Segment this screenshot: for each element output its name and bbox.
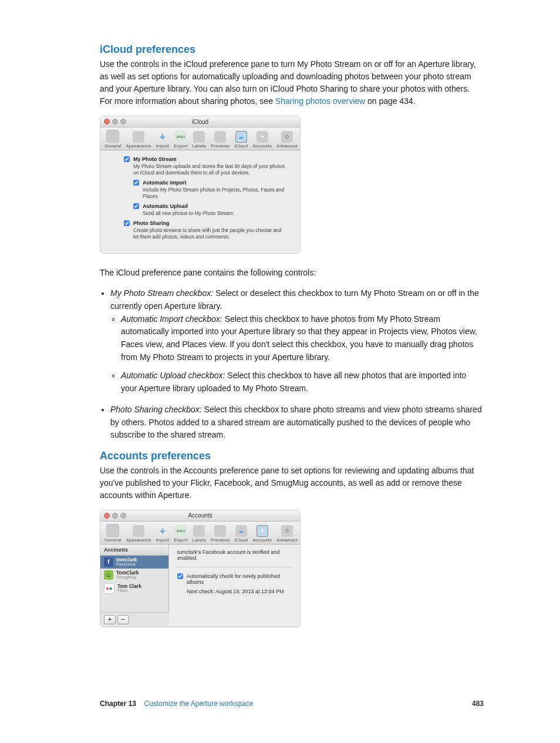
accounts-sidebar-heading: Accounts (100, 544, 168, 556)
appearance-icon (133, 525, 144, 537)
export-icon: JPEG (175, 131, 187, 143)
icloud-pane-body: My Photo Stream My Photo Stream uploads … (100, 150, 300, 253)
sub-list: Automatic Import checkbox: Select this c… (110, 313, 484, 395)
flickr-icon: ●● (104, 583, 114, 594)
prefs-toolbar: General Appearance Import JPEGExport Lab… (100, 522, 300, 544)
icloud-prefs-intro: Use the controls in the iCloud preferenc… (100, 58, 484, 107)
accounts-prefs-heading: Accounts preferences (100, 450, 484, 462)
import-arrow-icon (157, 131, 168, 143)
intro-text-b: on page 434. (365, 96, 416, 106)
list-item: Photo Sharing checkbox: Select this chec… (110, 404, 484, 442)
slider-icon (106, 130, 119, 143)
labels-icon (193, 525, 205, 537)
automatic-upload-desc: Send all new photos to My Photo Stream. (143, 210, 285, 217)
accounts-sidebar: Accounts f tomclarkFacebook ☺ TomClarkSm… (100, 544, 169, 612)
list-item: Automatic Import checkbox: Select this c… (121, 313, 484, 364)
previews-icon (214, 131, 226, 143)
chapter-name: Customize the Aperture workspace (144, 700, 253, 708)
term: Photo Sharing checkbox: (110, 405, 202, 414)
tab-general[interactable]: General (103, 130, 123, 149)
tab-import[interactable]: Import (154, 131, 171, 149)
photo-sharing-checkbox[interactable]: Photo Sharing (124, 220, 285, 226)
facebook-icon: f (104, 557, 113, 567)
account-status-text: tomclark's Facebook account is verified … (177, 549, 292, 567)
tab-previews[interactable]: Previews (209, 131, 231, 149)
cloud-icon: ☁ (235, 525, 247, 537)
automatic-import-desc: Include My Photo Stream photos in Projec… (143, 187, 285, 200)
page-footer: Chapter 13 Customize the Aperture worksp… (100, 700, 484, 708)
chapter-number: Chapter 13 (100, 700, 136, 708)
tab-accounts[interactable]: ✦Accounts (251, 525, 274, 543)
tab-appearance[interactable]: Appearance (124, 131, 153, 149)
gear-icon: ⚙ (281, 525, 293, 537)
icloud-controls-lead: The iCloud preference pane contains the … (100, 267, 484, 279)
accounts-pane-body: Accounts f tomclarkFacebook ☺ TomClarkSm… (100, 544, 300, 627)
tab-previews[interactable]: Previews (209, 525, 231, 543)
my-photo-stream-checkbox[interactable]: My Photo Stream (124, 156, 285, 162)
add-account-button[interactable]: + (104, 615, 116, 624)
accounts-pref-window: Accounts General Appearance Import JPEGE… (100, 510, 301, 627)
account-item-smugmug[interactable]: ☺ TomClarkSmugMug (100, 569, 168, 581)
tab-advanced[interactable]: ⚙Advanced (275, 525, 299, 543)
term: My Photo Stream checkbox: (110, 288, 213, 298)
tab-export[interactable]: JPEGExport (172, 131, 189, 149)
term: Automatic Import checkbox: (121, 314, 222, 324)
slider-icon (106, 524, 119, 537)
tab-labels[interactable]: Labels (190, 525, 208, 543)
window-titlebar: Accounts (100, 510, 300, 522)
window-title: iCloud (100, 119, 300, 125)
term: Automatic Upload checkbox: (121, 371, 225, 380)
accounts-add-remove: + − (100, 612, 169, 627)
auto-check-checkbox[interactable]: Automatically check for newly published … (177, 573, 292, 585)
tab-advanced[interactable]: ⚙Advanced (275, 131, 299, 149)
window-title: Accounts (100, 512, 300, 519)
window-titlebar: iCloud (100, 116, 300, 127)
tab-icloud[interactable]: ☁iCloud (232, 131, 249, 149)
accounts-prefs-intro: Use the controls in the Accounts prefere… (100, 465, 484, 502)
icloud-controls-list: My Photo Stream checkbox: Select or dese… (100, 287, 484, 442)
icloud-pref-window: iCloud General Appearance Import JPEGExp… (100, 116, 301, 254)
cloud-icon: ☁ (235, 131, 247, 143)
my-photo-stream-desc: My Photo Stream uploads and stores the l… (133, 163, 285, 176)
tab-labels[interactable]: Labels (190, 131, 208, 149)
automatic-import-checkbox[interactable]: Automatic Import (133, 180, 285, 186)
import-arrow-icon (157, 525, 168, 537)
globe-icon: ✦ (257, 131, 268, 143)
next-check-text: Next check: August 19, 2013 at 12:04 PM (187, 589, 292, 594)
list-item: Automatic Upload checkbox: Select this c… (121, 369, 484, 395)
tab-appearance[interactable]: Appearance (124, 525, 153, 543)
tab-icloud[interactable]: ☁iCloud (232, 525, 249, 543)
gear-icon: ⚙ (281, 131, 293, 143)
photo-sharing-desc: Create photo streams to share with just … (133, 227, 285, 240)
previews-icon (214, 525, 226, 537)
tab-general[interactable]: General (103, 524, 123, 543)
remove-account-button[interactable]: − (117, 615, 129, 624)
prefs-toolbar: General Appearance Import JPEGExport Lab… (100, 127, 300, 150)
tab-accounts[interactable]: ✦Accounts (251, 131, 274, 149)
accounts-detail: tomclark's Facebook account is verified … (169, 544, 300, 627)
tab-import[interactable]: Import (154, 525, 171, 543)
export-icon: JPEG (175, 525, 187, 537)
automatic-upload-checkbox[interactable]: Automatic Upload (133, 203, 285, 209)
icloud-prefs-heading: iCloud preferences (100, 43, 484, 56)
labels-icon (193, 131, 205, 143)
appearance-icon (133, 131, 144, 143)
smugmug-icon: ☺ (104, 570, 113, 580)
page-number: 483 (472, 700, 484, 708)
list-item: My Photo Stream checkbox: Select or dese… (110, 287, 484, 395)
sharing-photos-link[interactable]: Sharing photos overview (275, 96, 365, 106)
account-item-facebook[interactable]: f tomclarkFacebook (100, 556, 168, 569)
account-item-flickr[interactable]: ●● Tom ClarkFlickr (100, 581, 168, 596)
globe-icon: ✦ (257, 525, 268, 537)
document-page: iCloud preferences Use the controls in t… (0, 0, 560, 743)
tab-export[interactable]: JPEGExport (172, 525, 189, 543)
